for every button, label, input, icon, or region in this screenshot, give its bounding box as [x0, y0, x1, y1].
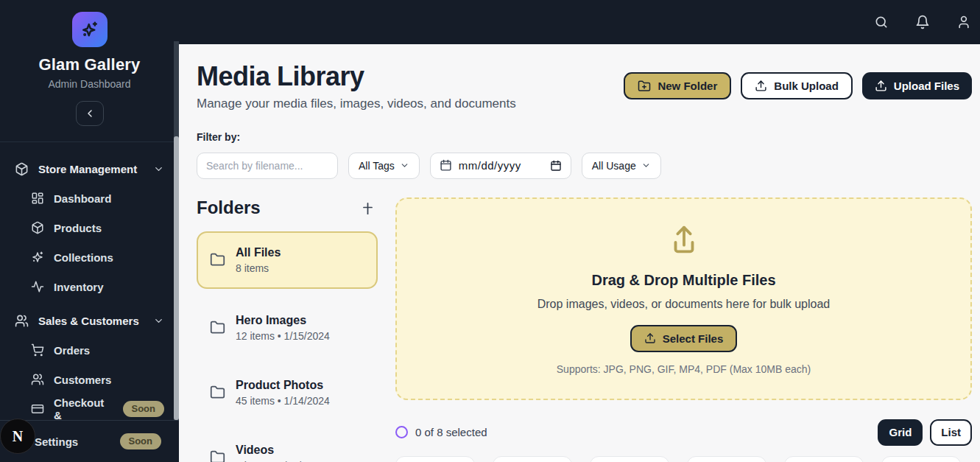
- sidebar-item-settings[interactable]: Settings: [35, 435, 78, 448]
- folder-icon: [210, 449, 225, 462]
- upload-icon: [667, 223, 701, 256]
- new-folder-label: New Folder: [658, 80, 717, 92]
- file-card[interactable]: [590, 456, 669, 462]
- sidebar-item-collections[interactable]: Collections: [9, 242, 170, 272]
- usage-filter-value: All Usage: [592, 160, 636, 172]
- calendar-icon: [440, 159, 452, 172]
- page-header: Media Library Manage your media files, i…: [197, 63, 972, 111]
- sidebar-collapse-button[interactable]: [76, 101, 104, 126]
- sidebar-item-checkout[interactable]: Checkout & Soon: [9, 394, 170, 424]
- files-panel: Drag & Drop Multiple Files Drop images, …: [395, 197, 972, 462]
- sidebar: Glam Gallery Admin Dashboard Store Manag…: [0, 0, 179, 462]
- sparkles-icon: [31, 251, 44, 264]
- date-placeholder: mm/dd/yyyy: [459, 159, 521, 172]
- folder-name: All Files: [236, 246, 281, 259]
- new-folder-button[interactable]: New Folder: [624, 72, 731, 99]
- shopping-cart-icon: [31, 343, 44, 357]
- select-files-button[interactable]: Select Files: [630, 325, 738, 352]
- plus-icon: [361, 200, 375, 214]
- folder-meta: 8 items: [236, 262, 281, 274]
- upload-icon: [755, 80, 767, 92]
- drag-drop-zone[interactable]: Drag & Drop Multiple Files Drop images, …: [395, 197, 972, 400]
- activity-icon: [31, 280, 44, 293]
- selection-row: 0 of 8 selected Grid List: [395, 419, 972, 446]
- date-filter-input[interactable]: mm/dd/yyyy: [430, 153, 571, 179]
- folder-item-videos[interactable]: Videos 8 items • 1/13/2024: [197, 432, 378, 462]
- add-folder-button[interactable]: [361, 200, 375, 214]
- upload-icon: [875, 80, 887, 92]
- file-card[interactable]: [687, 456, 766, 462]
- avatar-letter: N: [13, 428, 23, 445]
- filter-row: All Tags mm/dd/yyyy All Usage: [197, 153, 972, 179]
- nav-item-label: Dashboard: [54, 192, 111, 205]
- chevron-down-icon: [641, 161, 651, 170]
- sidebar-scrollbar-thumb[interactable]: [174, 136, 179, 420]
- nav-item-label: Inventory: [54, 281, 104, 293]
- folder-name: Videos: [236, 444, 324, 457]
- avatar[interactable]: N: [0, 419, 35, 454]
- file-cards-row: [395, 456, 972, 462]
- header-actions: New Folder Bulk Upload Upload Files: [624, 72, 972, 99]
- folder-icon: [210, 252, 225, 267]
- list-view-button[interactable]: List: [930, 419, 972, 446]
- upload-files-button[interactable]: Upload Files: [862, 72, 972, 99]
- sidebar-item-orders[interactable]: Orders: [9, 335, 170, 365]
- date-picker-icon[interactable]: [550, 160, 562, 172]
- chevron-left-icon: [84, 108, 96, 119]
- sidebar-item-customers[interactable]: Customers: [9, 365, 170, 394]
- folder-icon: [210, 385, 225, 400]
- folders-heading: Folders: [197, 197, 261, 218]
- selection-count: 0 of 8 selected: [415, 426, 487, 438]
- user-icon[interactable]: [956, 15, 971, 29]
- soon-badge: Soon: [120, 433, 162, 449]
- folder-item-all-files[interactable]: All Files 8 items: [197, 231, 378, 289]
- filename-search-input[interactable]: [197, 153, 338, 179]
- folder-item-product-photos[interactable]: Product Photos 45 items • 1/14/2024: [197, 367, 378, 419]
- bulk-upload-label: Bulk Upload: [774, 80, 839, 92]
- users-icon: [31, 373, 44, 386]
- content: Media Library Manage your media files, i…: [179, 44, 980, 462]
- dropzone-subtitle: Drop images, videos, or documents here f…: [537, 298, 831, 311]
- nav-group-sales-customers: Sales & Customers Orders Customers Check…: [9, 306, 170, 424]
- file-card[interactable]: [395, 456, 475, 462]
- view-toggle: Grid List: [878, 419, 972, 446]
- sidebar-item-dashboard[interactable]: Dashboard: [9, 183, 170, 213]
- chevron-down-icon: [400, 161, 409, 170]
- page-title: Media Library: [197, 63, 516, 91]
- upload-icon: [644, 332, 656, 344]
- folder-name: Product Photos: [236, 379, 330, 392]
- dropzone-title: Drag & Drop Multiple Files: [591, 272, 775, 289]
- upload-files-label: Upload Files: [894, 80, 959, 92]
- file-card[interactable]: [881, 456, 961, 462]
- sidebar-scrollbar-track[interactable]: [174, 41, 179, 420]
- tags-filter-select[interactable]: All Tags: [348, 153, 420, 179]
- sidebar-item-inventory[interactable]: Inventory: [9, 272, 170, 301]
- nav-item-label: Customers: [54, 374, 111, 386]
- file-card[interactable]: [784, 456, 864, 462]
- folders-panel: Folders All Files 8 items Hero Images: [197, 197, 378, 462]
- soon-badge: Soon: [123, 401, 165, 417]
- brand: Glam Gallery Admin Dashboard: [0, 0, 179, 126]
- folder-item-hero-images[interactable]: Hero Images 12 items • 1/15/2024: [197, 302, 378, 354]
- nav-group-label: Store Management: [38, 163, 137, 175]
- grid-view-button[interactable]: Grid: [878, 419, 923, 446]
- package-icon: [31, 221, 44, 234]
- bell-icon[interactable]: [915, 15, 930, 29]
- sidebar-item-products[interactable]: Products: [9, 213, 170, 242]
- dropzone-hint: Supports: JPG, PNG, GIF, MP4, PDF (Max 1…: [557, 363, 811, 375]
- folder-icon: [210, 320, 225, 335]
- page-subtitle: Manage your media files, images, videos,…: [197, 97, 516, 111]
- nav-item-label: Checkout &: [54, 396, 113, 421]
- search-icon[interactable]: [874, 15, 889, 29]
- select-all-checkbox[interactable]: [395, 426, 408, 438]
- sparkle-logo-icon: [79, 18, 101, 41]
- sidebar-group-sales-customers[interactable]: Sales & Customers: [9, 306, 170, 335]
- nav-group-store-management: Store Management Dashboard Products Coll…: [9, 154, 170, 301]
- folder-meta: 45 items • 1/14/2024: [236, 395, 330, 407]
- bulk-upload-button[interactable]: Bulk Upload: [741, 72, 853, 99]
- chevron-down-icon: [153, 315, 164, 326]
- usage-filter-select[interactable]: All Usage: [582, 153, 661, 179]
- file-card[interactable]: [493, 456, 572, 462]
- nav-item-label: Products: [54, 222, 102, 234]
- sidebar-group-store-management[interactable]: Store Management: [9, 154, 170, 183]
